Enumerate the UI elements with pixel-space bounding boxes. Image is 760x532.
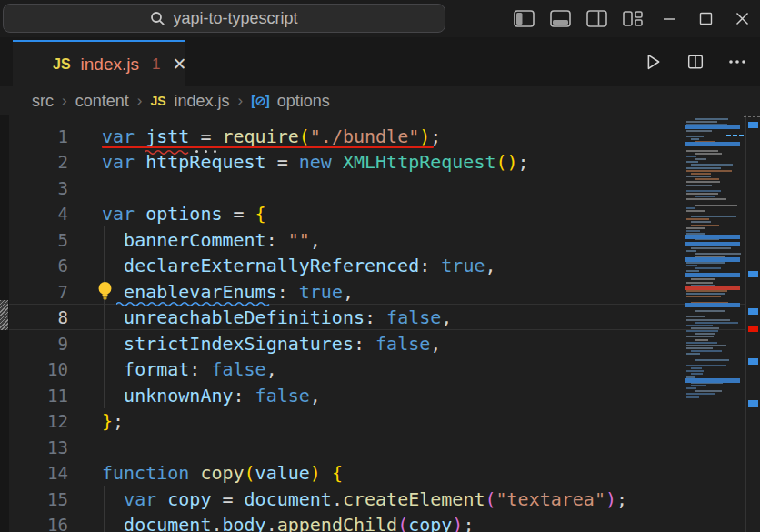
line-number[interactable]: 9 xyxy=(0,330,68,356)
code-token: } xyxy=(102,410,113,432)
toggle-panel-icon[interactable] xyxy=(542,0,578,37)
code-token: ; xyxy=(463,514,474,532)
code-token: strictIndexSignatures xyxy=(124,333,354,355)
minimap-ruler-separator xyxy=(745,115,746,532)
code-line[interactable]: unknownAny: false, xyxy=(102,382,321,408)
line-number[interactable]: 15 xyxy=(0,486,68,512)
code-token: = xyxy=(211,488,244,510)
code-token: ) xyxy=(310,462,321,484)
code-token: unreachableDefinitions xyxy=(124,306,365,328)
code-token: function xyxy=(102,462,200,484)
breadcrumb-item-src[interactable]: src xyxy=(32,92,54,111)
line-number[interactable]: 10 xyxy=(0,356,68,383)
minimap-code-row xyxy=(686,365,726,366)
minimap-highlight-bar xyxy=(685,125,740,129)
line-number[interactable]: 12 xyxy=(0,408,68,435)
breadcrumb-item-indexjs[interactable]: index.js xyxy=(175,92,230,111)
code-line[interactable]: function copy(value) { xyxy=(102,460,343,487)
code-token: var xyxy=(102,151,145,173)
maximize-icon[interactable] xyxy=(687,0,724,37)
indent-guide xyxy=(104,226,105,408)
code-line[interactable]: document.body.appendChild(copy); xyxy=(102,512,474,532)
more-actions-icon[interactable] xyxy=(722,46,753,77)
line-number[interactable]: 5 xyxy=(0,226,68,253)
minimap-code-row xyxy=(686,296,721,297)
code-token: , xyxy=(310,229,321,251)
minimize-icon[interactable] xyxy=(651,0,687,37)
info-squiggle xyxy=(116,301,273,307)
code-token: = xyxy=(222,203,255,225)
minimap-highlight-bar xyxy=(685,242,740,246)
code-line[interactable]: var copy = document.createElement("texta… xyxy=(102,486,627,512)
line-number[interactable]: 11 xyxy=(0,382,68,408)
lightbulb-icon[interactable] xyxy=(95,281,115,301)
code-token: . xyxy=(266,514,277,532)
code-token: body xyxy=(222,514,265,532)
minimap-code-row xyxy=(686,336,714,337)
close-window-icon[interactable] xyxy=(724,0,760,37)
split-editor-icon[interactable] xyxy=(680,46,711,77)
run-file-icon[interactable] xyxy=(638,46,669,77)
code-token: XMLHttpRequest xyxy=(343,151,496,173)
line-number[interactable]: 16 xyxy=(0,512,68,532)
code-token: , xyxy=(441,306,452,328)
tab-bar: JS index.js 1 ✕ xyxy=(0,37,760,86)
minimap-code-row xyxy=(695,310,725,312)
code-token: false xyxy=(386,306,441,328)
code-line[interactable]: }; xyxy=(102,408,124,435)
code-token xyxy=(102,306,124,328)
line-number[interactable]: 2 xyxy=(0,149,68,176)
minimap-code-row xyxy=(695,158,706,160)
code-token xyxy=(102,229,124,251)
toggle-primary-sidebar-icon[interactable] xyxy=(505,0,542,37)
code-token: ) xyxy=(605,488,616,510)
chevron-right-icon: › xyxy=(62,92,67,110)
customize-layout-icon[interactable] xyxy=(615,0,651,37)
minimap-code-row xyxy=(686,218,709,220)
minimap-highlight-bar xyxy=(685,303,740,307)
line-number[interactable]: 7 xyxy=(0,278,68,305)
minimap-code-row xyxy=(686,121,717,123)
code-token: new xyxy=(299,151,343,173)
line-number[interactable]: 8 xyxy=(0,305,68,331)
minimap-code-row xyxy=(686,156,696,157)
code-token: : xyxy=(419,255,441,276)
minimap-code-row xyxy=(695,205,737,206)
line-number[interactable]: 3 xyxy=(0,175,68,201)
breadcrumb-item-options[interactable]: options xyxy=(277,92,330,111)
code-line[interactable]: unreachableDefinitions: false, xyxy=(102,305,452,331)
code-editor[interactable]: 12345678910111213141516 var jstt = requi… xyxy=(0,115,760,532)
line-number[interactable]: 1 xyxy=(0,123,68,149)
title-bar: yapi-to-typescript xyxy=(0,0,760,37)
minimap-code-row xyxy=(686,325,713,326)
minimap-highlight-bar xyxy=(685,235,740,239)
code-line[interactable]: bannerComment: "", xyxy=(102,226,321,253)
minimap-code-row xyxy=(686,290,727,292)
code-token xyxy=(321,462,332,484)
line-number[interactable]: 6 xyxy=(0,253,68,279)
code-line[interactable]: format: false, xyxy=(102,356,277,383)
minimap-code-row xyxy=(691,327,719,329)
code-line[interactable]: var options = { xyxy=(102,201,266,227)
code-token: , xyxy=(430,333,441,355)
toggle-secondary-sidebar-icon[interactable] xyxy=(578,0,615,37)
minimap-code-row xyxy=(686,190,721,192)
breadcrumb-item-content[interactable]: content xyxy=(75,92,129,111)
command-center-search[interactable]: yapi-to-typescript xyxy=(3,4,445,33)
minimap-highlight-bar xyxy=(685,273,740,277)
code-token: var xyxy=(102,203,145,225)
code-line[interactable]: declareExternallyReferenced: true, xyxy=(102,253,496,279)
tab-indexjs[interactable]: JS index.js 1 ✕ xyxy=(13,40,185,86)
minimap-code-row xyxy=(695,196,715,197)
line-number[interactable]: 14 xyxy=(0,460,68,487)
tab-close-icon[interactable]: ✕ xyxy=(172,54,186,75)
code-token: false xyxy=(255,385,310,407)
line-number[interactable]: 13 xyxy=(0,434,68,460)
overview-ruler-mark xyxy=(748,400,758,407)
minimap-code-row xyxy=(686,353,700,355)
javascript-file-icon: JS xyxy=(150,94,165,108)
minimap-code-row xyxy=(686,193,718,195)
line-number[interactable]: 4 xyxy=(0,201,68,227)
code-line[interactable]: strictIndexSignatures: false, xyxy=(102,330,441,356)
code-token: : xyxy=(365,306,386,328)
